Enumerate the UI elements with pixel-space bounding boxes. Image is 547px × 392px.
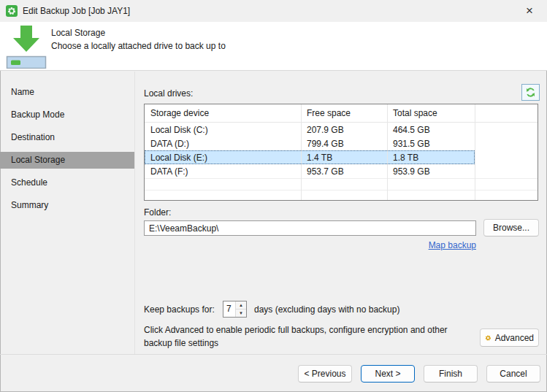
advanced-note-line2: backup file settings <box>144 338 218 348</box>
window-title: Edit Backup Job [Job JAY1] <box>23 6 130 16</box>
local-drives-table: Storage device Free space Total space Lo… <box>144 104 538 201</box>
days-suffix-label: days (excluding days with no backup) <box>254 304 399 315</box>
table-header-row: Storage device Free space Total space <box>145 104 538 123</box>
previous-button[interactable]: < Previous <box>298 365 352 383</box>
cell-total: 1.8 TB <box>387 153 475 163</box>
cell-total: 464.5 GB <box>387 125 475 135</box>
folder-input[interactable] <box>144 220 476 236</box>
page-subtitle: Choose a locally attached drive to back … <box>51 41 226 51</box>
column-separator <box>475 104 475 200</box>
next-button[interactable]: Next > <box>361 365 415 383</box>
cell-device: DATA (D:) <box>145 139 301 149</box>
edit-backup-job-dialog: Edit Backup Job [Job JAY1] × Local Stora… <box>0 0 547 392</box>
cell-device: Local Disk (E:) <box>145 153 301 163</box>
folder-label: Folder: <box>144 207 171 218</box>
table-row-selected[interactable]: Local Disk (E:) 1.4 TB 1.8 TB <box>145 150 538 164</box>
sidebar-item-destination[interactable]: Destination <box>0 129 134 146</box>
advanced-button-label: Advanced <box>495 333 534 343</box>
local-storage-download-icon <box>6 25 47 71</box>
sidebar-item-name[interactable]: Name <box>0 84 134 101</box>
col-free-space[interactable]: Free space <box>301 108 387 118</box>
col-total-space[interactable]: Total space <box>387 108 475 118</box>
cell-free: 953.7 GB <box>301 166 387 177</box>
finish-button[interactable]: Finish <box>424 365 478 383</box>
map-backup-link[interactable]: Map backup <box>144 240 476 250</box>
cell-device: Local Disk (C:) <box>145 125 301 135</box>
footer-divider <box>0 354 547 355</box>
sidebar-item-backup-mode[interactable]: Backup Mode <box>0 107 134 123</box>
refresh-icon <box>525 87 536 98</box>
wizard-steps-sidebar: Name Backup Mode Destination Local Stora… <box>0 72 135 354</box>
cell-free: 799.4 GB <box>301 139 387 149</box>
title-bar: Edit Backup Job [Job JAY1] × <box>0 0 547 22</box>
days-spinner[interactable]: 7 ▲ ▼ <box>223 301 247 318</box>
empty-row <box>145 190 538 201</box>
days-value: 7 <box>226 301 232 317</box>
column-separator <box>387 104 388 200</box>
sidebar-item-local-storage[interactable]: Local Storage <box>0 152 134 169</box>
cancel-button[interactable]: Cancel <box>486 365 540 383</box>
advanced-note-line1: Click Advanced to enable periodic full b… <box>144 325 448 335</box>
empty-row <box>145 178 538 190</box>
advanced-button[interactable]: Advanced <box>480 328 539 347</box>
cell-total: 953.9 GB <box>387 166 475 177</box>
cell-free: 1.4 TB <box>301 153 387 163</box>
spinner-down-icon[interactable]: ▼ <box>236 310 246 317</box>
cell-device: DATA (F:) <box>145 166 301 177</box>
table-row[interactable]: DATA (D:) 799.4 GB 931.5 GB <box>145 137 538 150</box>
column-separator <box>301 104 302 200</box>
wizard-header: Local Storage Choose a locally attached … <box>0 22 547 71</box>
spinner-up-icon[interactable]: ▲ <box>236 301 246 310</box>
gear-icon <box>485 333 491 343</box>
cell-free: 207.9 GB <box>301 125 387 135</box>
gear-icon <box>6 5 18 17</box>
close-icon[interactable]: × <box>518 2 541 20</box>
table-row[interactable]: Local Disk (C:) 207.9 GB 464.5 GB <box>145 123 538 137</box>
cell-total: 931.5 GB <box>387 139 475 149</box>
refresh-button[interactable] <box>521 84 540 101</box>
browse-button[interactable]: Browse... <box>483 219 539 237</box>
sidebar-item-summary[interactable]: Summary <box>0 197 134 214</box>
col-storage-device[interactable]: Storage device <box>145 108 301 118</box>
page-title: Local Storage <box>51 28 105 38</box>
keep-backups-label: Keep backups for: <box>144 304 215 315</box>
sidebar-item-schedule[interactable]: Schedule <box>0 174 134 191</box>
table-row[interactable]: DATA (F:) 953.7 GB 953.9 GB <box>145 164 538 178</box>
local-drives-label: Local drives: <box>144 88 193 99</box>
